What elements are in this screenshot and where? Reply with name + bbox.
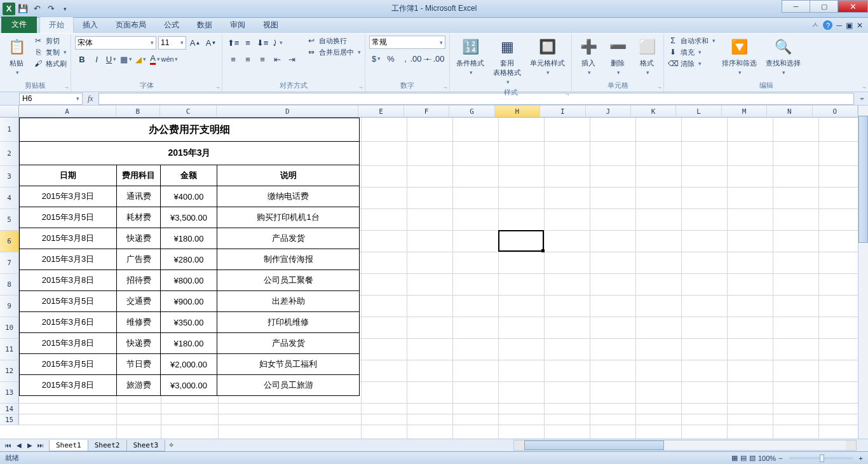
horizontal-scrollbar[interactable] [513, 440, 857, 451]
tab-view[interactable]: 视图 [254, 17, 287, 33]
table-cell[interactable]: 2015年3月8日 [20, 375, 117, 396]
table-cell[interactable]: ¥2,000.00 [161, 354, 217, 375]
view-layout-icon[interactable]: ▤ [740, 454, 747, 462]
table-cell[interactable]: ¥180.00 [161, 228, 217, 249]
align-left-icon[interactable]: ≡ [226, 52, 240, 66]
row-header-5[interactable]: 5 [0, 209, 19, 231]
table-cell[interactable]: ¥3,000.00 [161, 375, 217, 396]
table-cell[interactable]: 2015年3月6日 [20, 312, 117, 333]
col-header-A[interactable]: A [19, 106, 116, 118]
new-sheet-icon[interactable]: ✧ [165, 441, 178, 449]
sheet-tab-Sheet3[interactable]: Sheet3 [126, 440, 166, 451]
sheet-next-icon[interactable]: ▶ [25, 442, 34, 449]
wrap-text-button[interactable]: ↩自动换行 [306, 36, 361, 46]
col-category[interactable]: 费用科目 [117, 165, 161, 186]
minimize-ribbon-icon[interactable]: ㅅ [811, 20, 819, 31]
row-header-8[interactable]: 8 [0, 274, 19, 296]
table-cell[interactable]: 打印机维修 [217, 312, 360, 333]
fill-color-button[interactable]: ◢▾ [133, 52, 147, 66]
sheet-tab-Sheet2[interactable]: Sheet2 [88, 440, 127, 451]
autosum-button[interactable]: Σ自动求和▾ [668, 36, 715, 46]
table-cell[interactable]: 产品发货 [217, 333, 360, 354]
tab-page-layout[interactable]: 页面布局 [107, 17, 155, 33]
col-header-K[interactable]: K [631, 106, 676, 118]
zoom-slider[interactable] [789, 457, 853, 460]
table-cell[interactable]: 快递费 [117, 228, 161, 249]
align-center-icon[interactable]: ≡ [241, 52, 255, 66]
cell-style-button[interactable]: 🔲单元格样式▾ [527, 36, 567, 77]
help-icon[interactable]: ? [823, 20, 832, 30]
phonetic-button[interactable]: wén▾ [163, 52, 177, 66]
italic-button[interactable]: I [90, 52, 104, 66]
fill-button[interactable]: ⬇填充▾ [668, 47, 715, 57]
row-header-2[interactable]: 2 [0, 142, 19, 166]
redo-icon[interactable]: ↷ [44, 3, 57, 15]
table-cell[interactable]: 快递费 [117, 333, 161, 354]
table-cell[interactable]: 节日费 [117, 354, 161, 375]
align-middle-icon[interactable]: ≡ [241, 36, 255, 50]
row-header-6[interactable]: 6 [0, 231, 19, 252]
minimize-button[interactable]: ─ [782, 0, 810, 13]
table-cell[interactable]: 维修费 [117, 312, 161, 333]
number-format-select[interactable]: 常规▾ [369, 36, 445, 49]
increase-font-icon[interactable]: A▲ [188, 36, 202, 50]
table-cell[interactable]: 公司员工聚餐 [217, 270, 360, 291]
row-header-7[interactable]: 7 [0, 252, 19, 274]
zoom-level[interactable]: 100% [758, 454, 776, 462]
font-color-button[interactable]: A▾ [148, 52, 162, 66]
tab-review[interactable]: 审阅 [221, 17, 254, 33]
orientation-icon[interactable]: ⤸▾ [270, 36, 284, 50]
table-cell[interactable]: ¥800.00 [161, 270, 217, 291]
excel-logo-icon[interactable]: X [3, 3, 15, 15]
row-header-11[interactable]: 11 [0, 339, 19, 360]
col-header-O[interactable]: O [813, 106, 858, 118]
table-subtitle[interactable]: 2015年3月 [20, 142, 360, 165]
col-amount[interactable]: 金额 [161, 165, 217, 186]
table-cell[interactable]: ¥900.00 [161, 291, 217, 312]
font-size-select[interactable]: 11▾ [158, 36, 186, 50]
table-cell[interactable]: ¥280.00 [161, 249, 217, 270]
row-header-4[interactable]: 4 [0, 188, 19, 209]
window-minimize-icon[interactable]: ─ [836, 21, 842, 30]
table-cell[interactable]: 2015年3月3日 [20, 186, 117, 207]
tab-home[interactable]: 开始 [39, 17, 74, 33]
table-cell[interactable]: ¥3,500.00 [161, 207, 217, 228]
align-top-icon[interactable]: ⬆≡ [226, 36, 240, 50]
table-cell[interactable]: ¥400.00 [161, 186, 217, 207]
table-cell[interactable]: 2015年3月8日 [20, 333, 117, 354]
zoom-in-icon[interactable]: + [859, 454, 863, 462]
col-header-L[interactable]: L [676, 106, 721, 118]
table-cell[interactable]: 妇女节员工福利 [217, 354, 360, 375]
table-cell[interactable]: 缴纳电话费 [217, 186, 360, 207]
table-cell[interactable]: 2015年3月5日 [20, 354, 117, 375]
font-name-select[interactable]: 宋体▾ [75, 36, 156, 50]
view-pagebreak-icon[interactable]: ▧ [749, 454, 756, 462]
paste-button[interactable]: 📋 粘贴 ▾ [4, 36, 29, 77]
table-cell[interactable]: 出差补助 [217, 291, 360, 312]
sheet-last-icon[interactable]: ⏭ [36, 442, 45, 449]
decrease-font-icon[interactable]: A▼ [204, 36, 218, 50]
table-cell[interactable]: 2015年3月5日 [20, 207, 117, 228]
insert-cells-button[interactable]: ➕插入▾ [576, 36, 601, 77]
border-button[interactable]: ▦▾ [119, 52, 133, 66]
tab-insert[interactable]: 插入 [74, 17, 107, 33]
row-header-9[interactable]: 9 [0, 296, 19, 317]
format-cells-button[interactable]: ⬜格式▾ [634, 36, 660, 77]
currency-icon[interactable]: $▾ [369, 51, 383, 65]
table-cell[interactable]: 制作宣传海报 [217, 249, 360, 270]
formula-bar-expand-icon[interactable]: ⏷ [857, 95, 868, 102]
table-cell[interactable]: 招待费 [117, 270, 161, 291]
tab-file[interactable]: 文件 [1, 17, 37, 33]
sheet-prev-icon[interactable]: ◀ [15, 442, 24, 449]
window-close-icon[interactable]: ✕ [857, 21, 863, 30]
delete-cells-button[interactable]: ➖删除▾ [605, 36, 630, 77]
table-cell[interactable]: 交通费 [117, 291, 161, 312]
merge-center-button[interactable]: ⇔合并后居中▾ [306, 47, 361, 57]
save-icon[interactable]: 💾 [17, 3, 29, 15]
table-cell[interactable]: 2015年3月5日 [20, 291, 117, 312]
table-cell[interactable]: 通讯费 [117, 186, 161, 207]
col-date[interactable]: 日期 [20, 165, 117, 186]
find-select-button[interactable]: 🔍查找和选择▾ [763, 36, 803, 77]
view-normal-icon[interactable]: ▦ [731, 454, 738, 462]
table-cell[interactable]: 购买打印机机1台 [217, 207, 360, 228]
